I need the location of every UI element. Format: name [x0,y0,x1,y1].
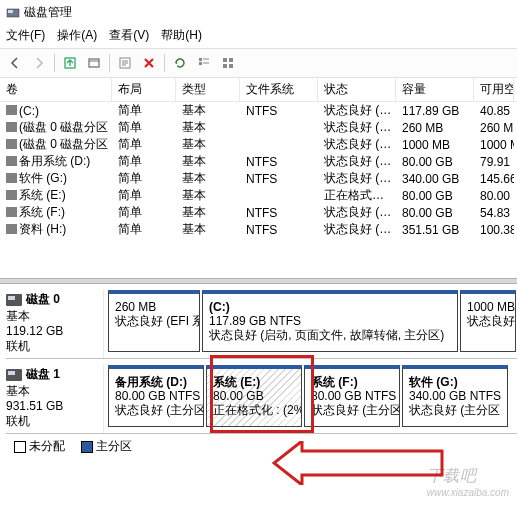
disk-icon [6,369,22,381]
toolbar-props[interactable] [114,52,136,74]
toolbar-back[interactable] [4,52,26,74]
list-header: 卷 布局 类型 文件系统 状态 容量 可用空 [0,78,517,102]
disk-status: 联机 [6,414,99,429]
svg-rect-9 [199,58,202,61]
svg-rect-15 [223,64,227,68]
watermark: 下载吧 www.xiazaiba.com [427,466,509,498]
svg-rect-10 [199,62,202,65]
legend-swatch-unalloc [14,441,26,453]
col-status[interactable]: 状态 [318,78,396,101]
disk-row-1: 磁盘 1 基本 931.51 GB 联机 备用系统 (D:)80.00 GB N… [6,359,517,434]
graphic-view: 磁盘 0 基本 119.12 GB 联机 260 MB状态良好 (EFI 系统(… [0,284,517,459]
legend: 未分配 主分区 [6,434,517,459]
legend-primary: 主分区 [96,439,132,453]
menu-action[interactable]: 操作(A) [57,27,97,44]
menu-file[interactable]: 文件(F) [6,27,45,44]
svg-rect-14 [229,58,233,62]
col-free[interactable]: 可用空 [474,78,514,101]
table-row[interactable]: 软件 (G:)简单基本NTFS状态良好 (…340.00 GB145.66 [0,170,517,187]
app-icon [6,6,20,20]
partition[interactable]: 1000 MB状态良好 (恢复 [460,290,516,352]
disk-header: 磁盘 0 [26,292,60,307]
toolbar-list[interactable] [193,52,215,74]
table-row[interactable]: (C:)简单基本NTFS状态良好 (…117.89 GB40.85 [0,102,517,119]
toolbar-grid[interactable] [217,52,239,74]
window-title: 磁盘管理 [24,4,72,21]
col-layout[interactable]: 布局 [112,78,176,101]
disk-type: 基本 [6,309,99,324]
partition[interactable]: (C:)117.89 GB NTFS状态良好 (启动, 页面文件, 故障转储, … [202,290,458,352]
table-row[interactable]: 系统 (E:)简单基本正在格式…80.00 GB80.00 [0,187,517,204]
toolbar-delete[interactable] [138,52,160,74]
table-row[interactable]: (磁盘 0 磁盘分区 4)简单基本状态良好 (…1000 MB1000 M [0,136,517,153]
disk-type: 基本 [6,384,99,399]
partition[interactable]: 260 MB状态良好 (EFI 系统 [108,290,200,352]
table-row[interactable]: (磁盘 0 磁盘分区 1)简单基本状态良好 (…260 MB260 M [0,119,517,136]
table-row[interactable]: 备用系统 (D:)简单基本NTFS状态良好 (…80.00 GB79.91 [0,153,517,170]
table-row[interactable]: 系统 (F:)简单基本NTFS状态良好 (…80.00 GB54.83 [0,204,517,221]
toolbar-sep [164,54,165,72]
disk-row-0: 磁盘 0 基本 119.12 GB 联机 260 MB状态良好 (EFI 系统(… [6,284,517,359]
toolbar [0,48,517,78]
partition[interactable]: 软件 (G:)340.00 GB NTFS状态良好 (主分区 [402,365,508,427]
legend-swatch-primary [81,441,93,453]
col-volume[interactable]: 卷 [0,78,112,101]
svg-rect-3 [89,59,99,67]
disk-size: 931.51 GB [6,399,99,414]
col-type[interactable]: 类型 [176,78,240,101]
svg-rect-16 [229,64,233,68]
disk-size: 119.12 GB [6,324,99,339]
svg-rect-1 [8,10,13,13]
disk-icon [6,294,22,306]
table-row[interactable]: 资料 (H:)简单基本NTFS状态良好 (…351.51 GB100.38 [0,221,517,238]
menu-bar: 文件(F) 操作(A) 查看(V) 帮助(H) [0,25,517,48]
disk-info: 磁盘 0 基本 119.12 GB 联机 [6,290,104,358]
menu-help[interactable]: 帮助(H) [161,27,202,44]
title-bar: 磁盘管理 [0,0,517,25]
svg-rect-13 [223,58,227,62]
partition[interactable]: 系统 (F:)80.00 GB NTFS状态良好 (主分区) [304,365,400,427]
toolbar-sep [109,54,110,72]
toolbar-up[interactable] [59,52,81,74]
disk-info: 磁盘 1 基本 931.51 GB 联机 [6,365,104,433]
partition[interactable]: 备用系统 (D:)80.00 GB NTFS状态良好 (主分区) [108,365,204,427]
col-fs[interactable]: 文件系统 [240,78,318,101]
menu-view[interactable]: 查看(V) [109,27,149,44]
volume-list: 卷 布局 类型 文件系统 状态 容量 可用空 (C:)简单基本NTFS状态良好 … [0,78,517,272]
toolbar-refresh[interactable] [169,52,191,74]
toolbar-forward[interactable] [28,52,50,74]
disk-status: 联机 [6,339,99,354]
disk-header: 磁盘 1 [26,367,60,382]
toolbar-window[interactable] [83,52,105,74]
toolbar-sep [54,54,55,72]
legend-unalloc: 未分配 [29,439,65,453]
partition[interactable]: 系统 (E:)80.00 GB正在格式化 : (2%) [206,365,302,427]
col-capacity[interactable]: 容量 [396,78,474,101]
